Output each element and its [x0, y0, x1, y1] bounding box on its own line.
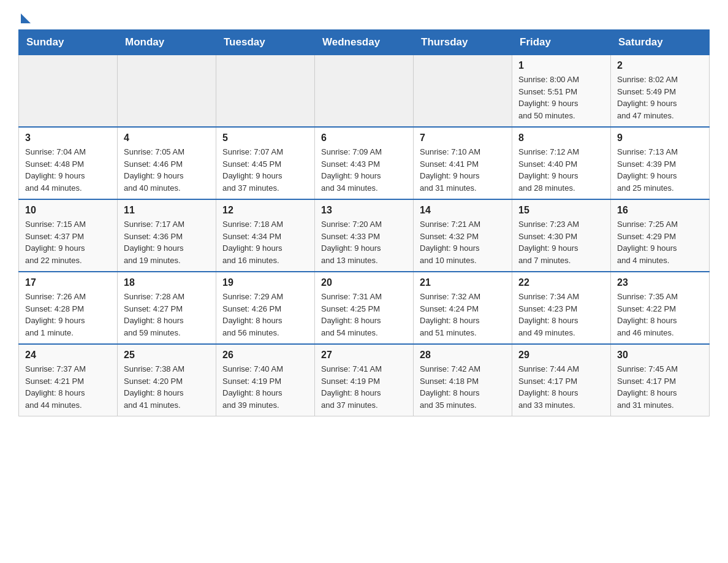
day-number: 22	[518, 277, 604, 288]
calendar-cell: 23Sunrise: 7:35 AM Sunset: 4:22 PM Dayli…	[611, 272, 710, 344]
calendar-header: SundayMondayTuesdayWednesdayThursdayFrid…	[19, 30, 710, 55]
day-number: 14	[420, 205, 506, 216]
calendar-cell: 20Sunrise: 7:31 AM Sunset: 4:25 PM Dayli…	[315, 272, 414, 344]
calendar-week-4: 17Sunrise: 7:26 AM Sunset: 4:28 PM Dayli…	[19, 272, 710, 344]
day-number: 27	[321, 350, 407, 361]
day-number: 16	[617, 205, 703, 216]
day-number: 7	[420, 132, 506, 144]
calendar-cell	[118, 55, 216, 128]
day-number: 4	[124, 132, 210, 144]
calendar-cell: 21Sunrise: 7:32 AM Sunset: 4:24 PM Dayli…	[414, 272, 512, 344]
day-detail: Sunrise: 7:18 AM Sunset: 4:34 PM Dayligh…	[222, 218, 308, 266]
calendar-cell	[216, 55, 315, 128]
calendar-cell: 13Sunrise: 7:20 AM Sunset: 4:33 PM Dayli…	[315, 199, 414, 272]
day-detail: Sunrise: 7:20 AM Sunset: 4:33 PM Dayligh…	[321, 218, 407, 266]
day-number: 8	[518, 132, 604, 144]
day-detail: Sunrise: 7:25 AM Sunset: 4:29 PM Dayligh…	[617, 218, 703, 266]
day-number: 19	[222, 277, 308, 288]
calendar-cell: 5Sunrise: 7:07 AM Sunset: 4:45 PM Daylig…	[216, 127, 315, 199]
day-number: 2	[617, 60, 703, 71]
calendar-cell: 27Sunrise: 7:41 AM Sunset: 4:19 PM Dayli…	[315, 344, 414, 416]
day-number: 17	[25, 277, 111, 288]
weekday-header-sunday: Sunday	[19, 30, 118, 55]
day-detail: Sunrise: 7:32 AM Sunset: 4:24 PM Dayligh…	[420, 291, 506, 339]
day-detail: Sunrise: 7:34 AM Sunset: 4:23 PM Dayligh…	[518, 291, 604, 339]
weekday-header-monday: Monday	[118, 30, 216, 55]
day-number: 5	[222, 132, 308, 144]
calendar-cell: 30Sunrise: 7:45 AM Sunset: 4:17 PM Dayli…	[611, 344, 710, 416]
calendar-week-2: 3Sunrise: 7:04 AM Sunset: 4:48 PM Daylig…	[19, 127, 710, 199]
day-detail: Sunrise: 7:15 AM Sunset: 4:37 PM Dayligh…	[25, 218, 111, 266]
calendar-cell: 3Sunrise: 7:04 AM Sunset: 4:48 PM Daylig…	[19, 127, 118, 199]
day-number: 25	[124, 350, 210, 361]
day-detail: Sunrise: 7:38 AM Sunset: 4:20 PM Dayligh…	[124, 363, 210, 411]
day-number: 18	[124, 277, 210, 288]
day-detail: Sunrise: 7:28 AM Sunset: 4:27 PM Dayligh…	[124, 291, 210, 339]
day-number: 21	[420, 277, 506, 288]
day-number: 13	[321, 205, 407, 216]
day-number: 10	[25, 205, 111, 216]
day-detail: Sunrise: 7:35 AM Sunset: 4:22 PM Dayligh…	[617, 291, 703, 339]
calendar-cell: 10Sunrise: 7:15 AM Sunset: 4:37 PM Dayli…	[19, 199, 118, 272]
calendar-cell: 6Sunrise: 7:09 AM Sunset: 4:43 PM Daylig…	[315, 127, 414, 199]
calendar-week-5: 24Sunrise: 7:37 AM Sunset: 4:21 PM Dayli…	[19, 344, 710, 416]
calendar-cell: 16Sunrise: 7:25 AM Sunset: 4:29 PM Dayli…	[611, 199, 710, 272]
weekday-header-thursday: Thursday	[414, 30, 512, 55]
day-detail: Sunrise: 7:21 AM Sunset: 4:32 PM Dayligh…	[420, 218, 506, 266]
calendar-cell: 18Sunrise: 7:28 AM Sunset: 4:27 PM Dayli…	[118, 272, 216, 344]
day-detail: Sunrise: 7:17 AM Sunset: 4:36 PM Dayligh…	[124, 218, 210, 266]
day-detail: Sunrise: 7:04 AM Sunset: 4:48 PM Dayligh…	[25, 146, 111, 194]
calendar-cell: 14Sunrise: 7:21 AM Sunset: 4:32 PM Dayli…	[414, 199, 512, 272]
day-detail: Sunrise: 7:44 AM Sunset: 4:17 PM Dayligh…	[518, 363, 604, 411]
calendar-cell: 17Sunrise: 7:26 AM Sunset: 4:28 PM Dayli…	[19, 272, 118, 344]
page-header	[18, 12, 710, 23]
day-number: 20	[321, 277, 407, 288]
calendar-cell: 15Sunrise: 7:23 AM Sunset: 4:30 PM Dayli…	[512, 199, 611, 272]
calendar-table: SundayMondayTuesdayWednesdayThursdayFrid…	[18, 29, 710, 416]
day-detail: Sunrise: 7:07 AM Sunset: 4:45 PM Dayligh…	[222, 146, 308, 194]
day-number: 12	[222, 205, 308, 216]
calendar-cell: 8Sunrise: 7:12 AM Sunset: 4:40 PM Daylig…	[512, 127, 611, 199]
calendar-week-1: 1Sunrise: 8:00 AM Sunset: 5:51 PM Daylig…	[19, 55, 710, 128]
calendar-week-3: 10Sunrise: 7:15 AM Sunset: 4:37 PM Dayli…	[19, 199, 710, 272]
calendar-cell: 11Sunrise: 7:17 AM Sunset: 4:36 PM Dayli…	[118, 199, 216, 272]
calendar-cell: 7Sunrise: 7:10 AM Sunset: 4:41 PM Daylig…	[414, 127, 512, 199]
logo	[18, 18, 31, 23]
day-detail: Sunrise: 7:45 AM Sunset: 4:17 PM Dayligh…	[617, 363, 703, 411]
day-number: 11	[124, 205, 210, 216]
weekday-row: SundayMondayTuesdayWednesdayThursdayFrid…	[19, 30, 710, 55]
day-number: 24	[25, 350, 111, 361]
day-detail: Sunrise: 7:09 AM Sunset: 4:43 PM Dayligh…	[321, 146, 407, 194]
weekday-header-friday: Friday	[512, 30, 611, 55]
calendar-cell: 12Sunrise: 7:18 AM Sunset: 4:34 PM Dayli…	[216, 199, 315, 272]
day-number: 15	[518, 205, 604, 216]
day-detail: Sunrise: 7:42 AM Sunset: 4:18 PM Dayligh…	[420, 363, 506, 411]
calendar-cell: 25Sunrise: 7:38 AM Sunset: 4:20 PM Dayli…	[118, 344, 216, 416]
day-detail: Sunrise: 7:31 AM Sunset: 4:25 PM Dayligh…	[321, 291, 407, 339]
day-detail: Sunrise: 7:41 AM Sunset: 4:19 PM Dayligh…	[321, 363, 407, 411]
day-number: 9	[617, 132, 703, 144]
day-detail: Sunrise: 7:40 AM Sunset: 4:19 PM Dayligh…	[222, 363, 308, 411]
day-number: 28	[420, 350, 506, 361]
weekday-header-wednesday: Wednesday	[315, 30, 414, 55]
day-detail: Sunrise: 8:02 AM Sunset: 5:49 PM Dayligh…	[617, 74, 703, 121]
weekday-header-tuesday: Tuesday	[216, 30, 315, 55]
day-detail: Sunrise: 7:12 AM Sunset: 4:40 PM Dayligh…	[518, 146, 604, 194]
calendar-cell: 2Sunrise: 8:02 AM Sunset: 5:49 PM Daylig…	[611, 55, 710, 128]
calendar-body: 1Sunrise: 8:00 AM Sunset: 5:51 PM Daylig…	[19, 55, 710, 416]
calendar-cell: 26Sunrise: 7:40 AM Sunset: 4:19 PM Dayli…	[216, 344, 315, 416]
day-number: 29	[518, 350, 604, 361]
calendar-cell	[315, 55, 414, 128]
calendar-cell: 24Sunrise: 7:37 AM Sunset: 4:21 PM Dayli…	[19, 344, 118, 416]
day-number: 1	[518, 60, 604, 71]
day-detail: Sunrise: 7:37 AM Sunset: 4:21 PM Dayligh…	[25, 363, 111, 411]
day-number: 26	[222, 350, 308, 361]
day-number: 3	[25, 132, 111, 144]
day-detail: Sunrise: 7:05 AM Sunset: 4:46 PM Dayligh…	[124, 146, 210, 194]
weekday-header-saturday: Saturday	[611, 30, 710, 55]
day-detail: Sunrise: 8:00 AM Sunset: 5:51 PM Dayligh…	[518, 74, 604, 121]
calendar-cell: 28Sunrise: 7:42 AM Sunset: 4:18 PM Dayli…	[414, 344, 512, 416]
calendar-cell	[414, 55, 512, 128]
day-number: 23	[617, 277, 703, 288]
calendar-cell: 29Sunrise: 7:44 AM Sunset: 4:17 PM Dayli…	[512, 344, 611, 416]
